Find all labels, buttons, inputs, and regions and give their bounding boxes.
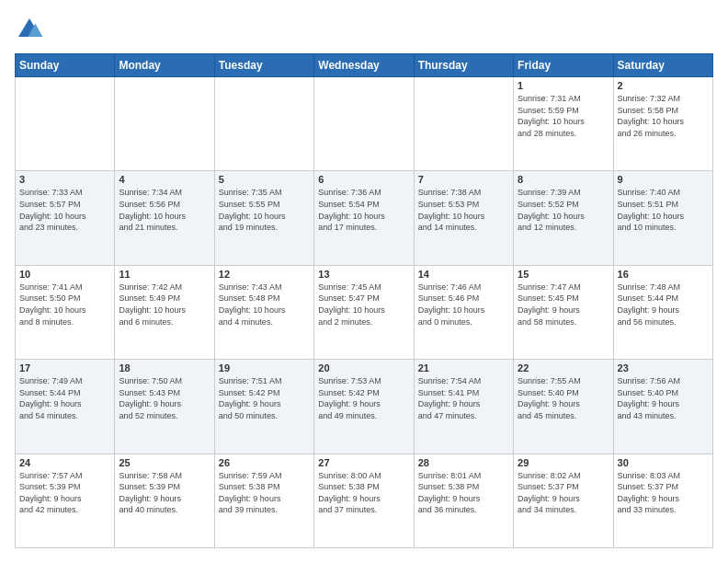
day-info: Sunrise: 7:32 AM Sunset: 5:58 PM Dayligh… — [618, 93, 709, 139]
day-info: Sunrise: 7:54 AM Sunset: 5:41 PM Dayligh… — [418, 375, 509, 421]
day-number: 7 — [418, 174, 509, 185]
day-info: Sunrise: 7:46 AM Sunset: 5:46 PM Dayligh… — [418, 282, 509, 327]
day-info: Sunrise: 7:35 AM Sunset: 5:55 PM Dayligh… — [219, 187, 310, 233]
calendar-cell: 15Sunrise: 7:47 AM Sunset: 5:45 PM Dayli… — [514, 265, 613, 359]
day-number: 8 — [518, 174, 609, 185]
weekday-header-monday: Monday — [115, 54, 214, 77]
day-info: Sunrise: 7:55 AM Sunset: 5:40 PM Dayligh… — [518, 375, 609, 421]
day-info: Sunrise: 7:42 AM Sunset: 5:49 PM Dayligh… — [119, 282, 210, 327]
calendar-cell: 8Sunrise: 7:39 AM Sunset: 5:52 PM Daylig… — [514, 171, 613, 265]
calendar-cell: 5Sunrise: 7:35 AM Sunset: 5:55 PM Daylig… — [214, 171, 313, 265]
calendar-cell: 16Sunrise: 7:48 AM Sunset: 5:44 PM Dayli… — [613, 265, 712, 359]
day-number: 15 — [518, 269, 609, 280]
calendar-cell — [115, 77, 214, 171]
calendar-cell — [214, 77, 313, 171]
calendar-cell: 14Sunrise: 7:46 AM Sunset: 5:46 PM Dayli… — [414, 265, 513, 359]
day-number: 25 — [119, 457, 210, 468]
calendar-cell: 27Sunrise: 8:00 AM Sunset: 5:38 PM Dayli… — [314, 454, 414, 547]
day-info: Sunrise: 7:58 AM Sunset: 5:39 PM Dayligh… — [119, 470, 210, 516]
week-row-4: 24Sunrise: 7:57 AM Sunset: 5:39 PM Dayli… — [16, 454, 713, 547]
calendar-cell: 10Sunrise: 7:41 AM Sunset: 5:50 PM Dayli… — [16, 265, 115, 359]
logo-icon — [15, 15, 44, 44]
day-number: 9 — [618, 174, 709, 185]
calendar-cell: 18Sunrise: 7:50 AM Sunset: 5:43 PM Dayli… — [115, 360, 214, 454]
calendar-cell: 19Sunrise: 7:51 AM Sunset: 5:42 PM Dayli… — [214, 360, 313, 454]
calendar-cell: 28Sunrise: 8:01 AM Sunset: 5:38 PM Dayli… — [414, 454, 513, 547]
calendar-cell: 17Sunrise: 7:49 AM Sunset: 5:44 PM Dayli… — [16, 360, 115, 454]
calendar-cell: 29Sunrise: 8:02 AM Sunset: 5:37 PM Dayli… — [514, 454, 613, 547]
day-info: Sunrise: 7:50 AM Sunset: 5:43 PM Dayligh… — [119, 375, 210, 421]
calendar-cell: 3Sunrise: 7:33 AM Sunset: 5:57 PM Daylig… — [16, 171, 115, 265]
weekday-header-saturday: Saturday — [613, 54, 712, 77]
calendar-cell: 6Sunrise: 7:36 AM Sunset: 5:54 PM Daylig… — [314, 171, 414, 265]
day-info: Sunrise: 7:56 AM Sunset: 5:40 PM Dayligh… — [618, 375, 709, 421]
calendar-cell: 30Sunrise: 8:03 AM Sunset: 5:37 PM Dayli… — [613, 454, 712, 547]
day-number: 13 — [318, 269, 409, 280]
day-info: Sunrise: 7:38 AM Sunset: 5:53 PM Dayligh… — [418, 187, 509, 233]
day-number: 5 — [219, 174, 310, 185]
weekday-header-friday: Friday — [514, 54, 613, 77]
day-number: 24 — [19, 457, 110, 468]
day-number: 23 — [618, 362, 709, 373]
day-number: 18 — [119, 362, 210, 373]
day-info: Sunrise: 7:33 AM Sunset: 5:57 PM Dayligh… — [19, 187, 110, 233]
day-info: Sunrise: 8:00 AM Sunset: 5:38 PM Dayligh… — [318, 470, 409, 516]
day-number: 12 — [219, 269, 310, 280]
day-number: 3 — [19, 174, 110, 185]
weekday-header-wednesday: Wednesday — [314, 54, 414, 77]
header — [15, 15, 713, 44]
calendar-cell: 22Sunrise: 7:55 AM Sunset: 5:40 PM Dayli… — [514, 360, 613, 454]
calendar-cell: 4Sunrise: 7:34 AM Sunset: 5:56 PM Daylig… — [115, 171, 214, 265]
calendar-cell: 1Sunrise: 7:31 AM Sunset: 5:59 PM Daylig… — [514, 77, 613, 171]
day-info: Sunrise: 7:40 AM Sunset: 5:51 PM Dayligh… — [618, 187, 709, 233]
calendar-cell: 9Sunrise: 7:40 AM Sunset: 5:51 PM Daylig… — [613, 171, 712, 265]
day-number: 16 — [618, 269, 709, 280]
calendar-cell: 2Sunrise: 7:32 AM Sunset: 5:58 PM Daylig… — [613, 77, 712, 171]
week-row-0: 1Sunrise: 7:31 AM Sunset: 5:59 PM Daylig… — [16, 77, 713, 171]
day-info: Sunrise: 7:59 AM Sunset: 5:38 PM Dayligh… — [219, 470, 310, 516]
weekday-header-sunday: Sunday — [16, 54, 115, 77]
day-info: Sunrise: 7:53 AM Sunset: 5:42 PM Dayligh… — [318, 375, 409, 421]
day-info: Sunrise: 7:51 AM Sunset: 5:42 PM Dayligh… — [219, 375, 310, 421]
day-info: Sunrise: 7:57 AM Sunset: 5:39 PM Dayligh… — [19, 470, 110, 516]
day-number: 19 — [219, 362, 310, 373]
day-info: Sunrise: 7:43 AM Sunset: 5:48 PM Dayligh… — [219, 282, 310, 327]
day-info: Sunrise: 7:39 AM Sunset: 5:52 PM Dayligh… — [518, 187, 609, 233]
day-number: 10 — [19, 269, 110, 280]
day-number: 26 — [219, 457, 310, 468]
day-number: 4 — [119, 174, 210, 185]
day-info: Sunrise: 7:48 AM Sunset: 5:44 PM Dayligh… — [618, 282, 709, 327]
day-number: 28 — [418, 457, 509, 468]
day-number: 27 — [318, 457, 409, 468]
day-number: 29 — [518, 457, 609, 468]
calendar-cell: 24Sunrise: 7:57 AM Sunset: 5:39 PM Dayli… — [16, 454, 115, 547]
day-info: Sunrise: 7:47 AM Sunset: 5:45 PM Dayligh… — [518, 282, 609, 327]
day-number: 30 — [618, 457, 709, 468]
calendar-cell: 13Sunrise: 7:45 AM Sunset: 5:47 PM Dayli… — [314, 265, 414, 359]
day-info: Sunrise: 7:31 AM Sunset: 5:59 PM Dayligh… — [518, 93, 609, 139]
day-info: Sunrise: 7:49 AM Sunset: 5:44 PM Dayligh… — [19, 375, 110, 421]
day-info: Sunrise: 8:03 AM Sunset: 5:37 PM Dayligh… — [618, 470, 709, 516]
week-row-2: 10Sunrise: 7:41 AM Sunset: 5:50 PM Dayli… — [16, 265, 713, 359]
calendar-cell: 20Sunrise: 7:53 AM Sunset: 5:42 PM Dayli… — [314, 360, 414, 454]
day-number: 2 — [618, 80, 709, 91]
day-info: Sunrise: 7:34 AM Sunset: 5:56 PM Dayligh… — [119, 187, 210, 233]
calendar-cell: 21Sunrise: 7:54 AM Sunset: 5:41 PM Dayli… — [414, 360, 513, 454]
day-info: Sunrise: 8:02 AM Sunset: 5:37 PM Dayligh… — [518, 470, 609, 516]
day-number: 14 — [418, 269, 509, 280]
day-info: Sunrise: 7:36 AM Sunset: 5:54 PM Dayligh… — [318, 187, 409, 233]
day-number: 20 — [318, 362, 409, 373]
calendar-cell: 26Sunrise: 7:59 AM Sunset: 5:38 PM Dayli… — [214, 454, 313, 547]
logo — [15, 15, 48, 44]
calendar-cell: 23Sunrise: 7:56 AM Sunset: 5:40 PM Dayli… — [613, 360, 712, 454]
calendar-cell: 11Sunrise: 7:42 AM Sunset: 5:49 PM Dayli… — [115, 265, 214, 359]
week-row-3: 17Sunrise: 7:49 AM Sunset: 5:44 PM Dayli… — [16, 360, 713, 454]
weekday-header-tuesday: Tuesday — [214, 54, 313, 77]
calendar-cell — [16, 77, 115, 171]
day-number: 17 — [19, 362, 110, 373]
day-number: 21 — [418, 362, 509, 373]
day-info: Sunrise: 8:01 AM Sunset: 5:38 PM Dayligh… — [418, 470, 509, 516]
day-number: 6 — [318, 174, 409, 185]
calendar-cell: 7Sunrise: 7:38 AM Sunset: 5:53 PM Daylig… — [414, 171, 513, 265]
day-number: 1 — [518, 80, 609, 91]
